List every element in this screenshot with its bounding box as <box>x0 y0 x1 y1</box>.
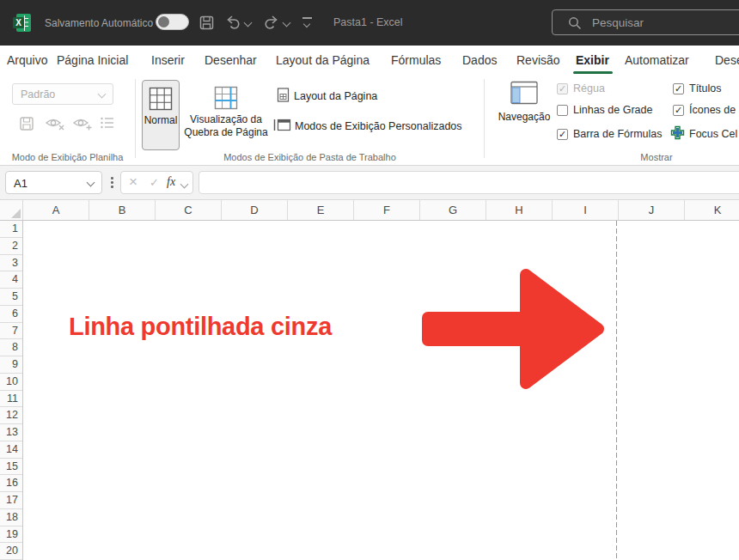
column-header-I[interactable]: I <box>553 200 619 220</box>
navigation-button[interactable]: Navegação <box>492 81 556 123</box>
row-header-6[interactable]: 6 <box>0 306 22 323</box>
active-tab-underline <box>573 71 613 74</box>
custom-views-button[interactable]: Modos de Exibição Personalizados <box>273 119 462 132</box>
row-header-20[interactable]: 20 <box>0 543 22 560</box>
focus-cell-icon[interactable] <box>670 125 685 140</box>
sheet-view-dropdown[interactable]: Padrão <box>12 83 113 105</box>
row-header-1[interactable]: 1 <box>0 221 22 238</box>
column-header-A[interactable]: A <box>23 200 89 220</box>
checkbox-icones-de-label[interactable]: Ícones de <box>689 104 736 116</box>
tab-automatizar[interactable]: Automatizar <box>625 53 689 67</box>
row-header-4[interactable]: 4 <box>0 271 22 289</box>
column-header-J[interactable]: J <box>619 200 685 220</box>
row-header-12[interactable]: 12 <box>0 407 22 424</box>
row-header-11[interactable]: 11 <box>0 391 22 408</box>
name-box-value: A1 <box>14 177 27 190</box>
tab-exibir[interactable]: Exibir <box>576 53 609 67</box>
normal-grid-icon <box>149 87 173 111</box>
fx-chevron-icon[interactable] <box>180 180 189 189</box>
redo-icon[interactable] <box>263 15 279 29</box>
annotation-text: Linha pontilhada cinza <box>69 313 332 341</box>
formula-buttons-group: × ✓ fx <box>120 171 193 194</box>
row-header-10[interactable]: 10 <box>0 374 22 391</box>
dropdown-chevron-icon <box>98 90 107 99</box>
group-label-workbook-views: Modos de Exibição de Pasta de Trabalho <box>136 152 484 162</box>
tab-pagina-inicial[interactable]: Página Inicial <box>57 53 128 67</box>
row-header-14[interactable]: 14 <box>0 441 22 459</box>
column-header-H[interactable]: H <box>486 200 553 220</box>
row-header-15[interactable]: 15 <box>0 459 22 476</box>
page-layout-icon <box>277 88 290 102</box>
normal-view-button[interactable]: Normal <box>142 80 180 150</box>
row-header-9[interactable]: 9 <box>0 356 22 374</box>
row-header-18[interactable]: 18 <box>0 509 22 527</box>
row-header-19[interactable]: 19 <box>0 527 22 544</box>
page-break-preview-label: Visualização da Quebra de Página <box>182 113 270 139</box>
checkbox-titulos[interactable] <box>673 83 684 94</box>
search-box[interactable]: Pesquisar <box>552 9 739 35</box>
checkbox-linhas-de-grade-label[interactable]: Linhas de Grade <box>573 104 652 116</box>
row-header-5[interactable]: 5 <box>0 289 22 306</box>
search-placeholder: Pesquisar <box>592 16 644 29</box>
formula-input[interactable] <box>198 171 739 194</box>
tab-formulas[interactable]: Fórmulas <box>391 53 441 67</box>
exit-sheet-view-icon[interactable] <box>45 116 65 131</box>
tab-inserir[interactable]: Inserir <box>151 53 185 67</box>
new-sheet-view-icon[interactable] <box>72 116 93 131</box>
tab-revisao[interactable]: Revisão <box>516 53 560 67</box>
tab-arquivo[interactable]: Arquivo <box>7 53 47 67</box>
tab-desenvolvedor-truncated[interactable]: Dese <box>715 53 739 67</box>
tab-dados[interactable]: Dados <box>462 53 497 67</box>
group-separator <box>135 79 136 158</box>
checkbox-barra-de-formulas-label[interactable]: Barra de Fórmulas <box>573 128 663 140</box>
checkbox-titulos-label[interactable]: Títulos <box>689 82 722 94</box>
undo-dropdown-chevron-icon[interactable] <box>244 19 253 27</box>
svg-text:X: X <box>15 18 21 27</box>
tab-layout-da-pagina[interactable]: Layout da Página <box>276 53 370 67</box>
row-header-7[interactable]: 7 <box>0 323 22 340</box>
toggle-knob <box>158 16 169 27</box>
custom-views-icon <box>273 119 291 131</box>
keep-sheet-view-icon[interactable] <box>19 116 34 131</box>
drag-handle-dots-icon[interactable] <box>111 177 113 180</box>
checkbox-regua-label: Régua <box>573 82 605 94</box>
ribbon: Padrão Modo de Exibição Planilha Normal <box>0 76 739 166</box>
navigation-label: Navegação <box>492 111 556 123</box>
select-all-corner[interactable] <box>0 200 23 220</box>
sheet-view-options-list-icon[interactable] <box>100 116 114 130</box>
checkbox-icones-de[interactable] <box>673 105 684 116</box>
cancel-icon[interactable]: × <box>129 173 137 191</box>
title-bar: X Salvamento Automático Pasta1 - Excel P… <box>0 0 739 46</box>
quick-access-overflow-icon[interactable] <box>302 17 313 27</box>
sheet-canvas[interactable] <box>24 221 739 560</box>
column-header-K[interactable]: K <box>685 200 739 220</box>
column-header-B[interactable]: B <box>89 200 156 220</box>
focus-cell-label[interactable]: Focus Cel <box>689 128 737 140</box>
row-header-8[interactable]: 8 <box>0 339 22 356</box>
row-header-17[interactable]: 17 <box>0 492 22 509</box>
page-layout-button[interactable]: Layout da Página <box>277 88 377 102</box>
checkbox-barra-de-formulas[interactable] <box>557 129 568 140</box>
insert-function-fx-icon[interactable]: fx <box>167 175 175 189</box>
column-header-G[interactable]: G <box>420 200 486 220</box>
normal-view-label: Normal <box>143 114 179 127</box>
column-header-E[interactable]: E <box>288 200 354 220</box>
name-box[interactable]: A1 <box>5 171 102 194</box>
checkbox-linhas-de-grade[interactable] <box>557 105 568 116</box>
row-header-column: 1 2 3 4 5 6 7 8 9 10 11 12 13 14 15 16 1… <box>0 221 23 560</box>
row-header-16[interactable]: 16 <box>0 475 22 492</box>
column-header-D[interactable]: D <box>222 200 288 220</box>
row-header-13[interactable]: 13 <box>0 424 22 441</box>
row-header-2[interactable]: 2 <box>0 238 22 255</box>
row-header-3[interactable]: 3 <box>0 255 22 272</box>
column-header-F[interactable]: F <box>354 200 420 220</box>
autosave-label: Salvamento Automático <box>45 17 153 29</box>
page-break-preview-button[interactable]: Visualização da Quebra de Página <box>182 80 270 150</box>
enter-icon[interactable]: ✓ <box>150 176 159 189</box>
redo-dropdown-chevron-icon[interactable] <box>283 19 291 27</box>
undo-icon[interactable] <box>225 15 241 29</box>
save-icon[interactable] <box>199 15 214 30</box>
autosave-toggle[interactable] <box>156 14 189 30</box>
tab-desenhar[interactable]: Desenhar <box>205 53 257 67</box>
column-header-C[interactable]: C <box>156 200 222 220</box>
